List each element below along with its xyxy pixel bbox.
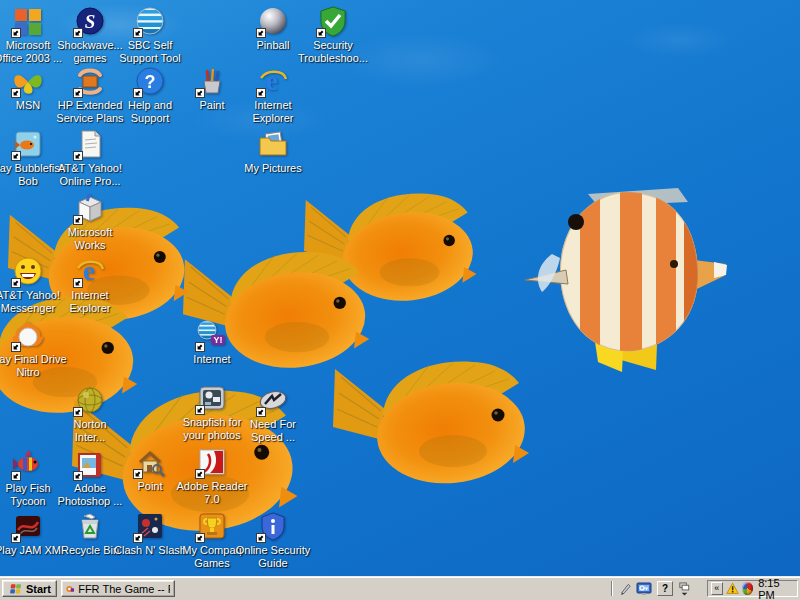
msn-butterfly-icon — [12, 65, 44, 97]
shortcut-arrow-icon — [73, 88, 83, 98]
desktop-icon-label: Adobe Reader7.0 — [173, 480, 251, 506]
shortcut-arrow-icon — [133, 469, 143, 479]
paint-cup-icon — [196, 65, 228, 97]
help-icon[interactable]: ? — [657, 581, 673, 596]
shortcut-arrow-icon — [133, 28, 143, 38]
norton-globe-icon — [74, 384, 106, 416]
shortcut-arrow-icon — [256, 407, 266, 417]
shortcut-arrow-icon — [195, 533, 205, 543]
hp-hands-icon — [74, 65, 106, 97]
svg-text:S: S — [85, 11, 96, 32]
desktop-icon-label: Internet — [173, 353, 251, 366]
fish-tycoon-icon — [12, 448, 44, 480]
ie-icon: e — [74, 255, 106, 287]
desktop-icon-label: SBC SelfSupport Tool — [111, 39, 189, 65]
snapfish-icon — [196, 382, 228, 414]
bubblefish-icon — [12, 128, 44, 160]
desktop-icon-shield-check[interactable]: SecurityTroubleshoo... — [294, 5, 372, 65]
shortcut-arrow-icon — [73, 151, 83, 161]
pinball-icon — [257, 5, 289, 37]
desktop-icon-label: Online SecurityGuide — [234, 544, 312, 570]
start-label: Start — [26, 583, 51, 595]
desktop-icon-label: SecurityTroubleshoo... — [294, 39, 372, 65]
svg-text:e: e — [266, 66, 278, 96]
desktop-icon-adobe-reader[interactable]: Adobe Reader7.0 — [173, 446, 251, 506]
taskbar-window-label: FFR The Game -- FlashFl... — [78, 583, 170, 595]
shortcut-arrow-icon — [11, 471, 21, 481]
office-icon — [12, 5, 44, 37]
tray-chevron-button[interactable]: « — [711, 582, 723, 595]
taskbar-window-button[interactable]: FFR The Game -- FlashFl... — [61, 580, 175, 597]
shortcut-arrow-icon — [133, 88, 143, 98]
taskbar-separator — [611, 581, 613, 596]
shortcut-arrow-icon — [11, 28, 21, 38]
shield-check-icon — [317, 5, 349, 37]
flame-ball-icon — [12, 319, 44, 351]
shortcut-arrow-icon — [256, 28, 266, 38]
paper-doc-icon — [74, 128, 106, 160]
nfs-icon — [257, 384, 289, 416]
sbc-globe-icon — [134, 5, 166, 37]
desktop-icon-folder-pictures[interactable]: My Pictures — [234, 128, 312, 175]
desktop-icon-sbc-globe[interactable]: SBC SelfSupport Tool — [111, 5, 189, 65]
shortcut-arrow-icon — [11, 88, 21, 98]
photoshop-icon — [74, 448, 106, 480]
desktop-icon-ie[interactable]: eInternetExplorer — [51, 255, 129, 315]
toolbar-overflow-icon[interactable] — [676, 581, 693, 597]
shortcut-arrow-icon — [73, 471, 83, 481]
desktop-icon-flame-ball[interactable]: Play Final DriveNitro — [0, 319, 67, 379]
tang-fish — [333, 361, 530, 490]
help-glyph: ? — [662, 583, 668, 594]
desktop-icon-shield-info[interactable]: Online SecurityGuide — [234, 510, 312, 570]
desktop-icon-label: Need ForSpeed ... — [234, 418, 312, 444]
shortcut-arrow-icon — [73, 215, 83, 225]
att-yahoo-globe-icon: Y! — [196, 319, 228, 351]
trophy-icon — [196, 510, 228, 542]
shortcut-arrow-icon — [11, 533, 21, 543]
shortcut-arrow-icon — [11, 342, 21, 352]
system-tray: « 8:15 PM — [707, 580, 798, 597]
pen-icon[interactable] — [617, 581, 634, 597]
shortcut-arrow-icon — [316, 28, 326, 38]
desktop-icon-label: NortonInter... — [51, 418, 129, 444]
shortcut-arrow-icon — [73, 28, 83, 38]
monitor-key-icon[interactable] — [635, 581, 652, 597]
desktop-icon-label: My Pictures — [234, 162, 312, 175]
start-button[interactable]: Start — [2, 580, 57, 597]
shortcut-arrow-icon — [256, 533, 266, 543]
shortcut-arrow-icon — [195, 469, 205, 479]
works-box-icon — [74, 192, 106, 224]
desktop-icon-norton-globe[interactable]: NortonInter... — [51, 384, 129, 444]
desktop-icon-paper-doc[interactable]: AT&T Yahoo!Online Pro... — [51, 128, 129, 188]
shortcut-arrow-icon — [195, 342, 205, 352]
desktop-icon-nfs[interactable]: Need ForSpeed ... — [234, 384, 312, 444]
taskbar: Start FFR The Game -- FlashFl... ? — [0, 576, 800, 600]
shortcut-arrow-icon — [256, 88, 266, 98]
shortcut-arrow-icon — [195, 405, 205, 415]
clash-slash-icon — [134, 510, 166, 542]
desktop-icon-label: InternetExplorer — [234, 99, 312, 125]
help-circle-icon: ? — [134, 65, 166, 97]
smiley-icon — [12, 255, 44, 287]
adobe-reader-icon — [196, 446, 228, 478]
ffr-favicon — [66, 583, 74, 595]
desktop-icon-att-yahoo-globe[interactable]: Y!Internet — [173, 319, 251, 366]
shield-info-icon — [257, 510, 289, 542]
butterfly-fish — [525, 180, 727, 375]
color-wheel-icon[interactable] — [742, 582, 753, 595]
svg-text:?: ? — [145, 72, 156, 92]
warning-icon[interactable] — [726, 581, 739, 596]
desktop-icon-label: MicrosoftWorks — [51, 226, 129, 252]
desktop-icon-works-box[interactable]: MicrosoftWorks — [51, 192, 129, 252]
desktop-icon-label: InternetExplorer — [51, 289, 129, 315]
svg-text:Y!: Y! — [214, 335, 223, 345]
folder-pictures-icon — [257, 128, 289, 160]
jam-xm-icon — [12, 510, 44, 542]
house-point-icon — [134, 446, 166, 478]
shortcut-arrow-icon — [11, 151, 21, 161]
shortcut-arrow-icon — [133, 533, 143, 543]
desktop-icon-ie[interactable]: eInternetExplorer — [234, 65, 312, 125]
tray-clock: 8:15 PM — [756, 577, 794, 600]
ie-icon: e — [257, 65, 289, 97]
recycle-bin-icon — [74, 510, 106, 542]
